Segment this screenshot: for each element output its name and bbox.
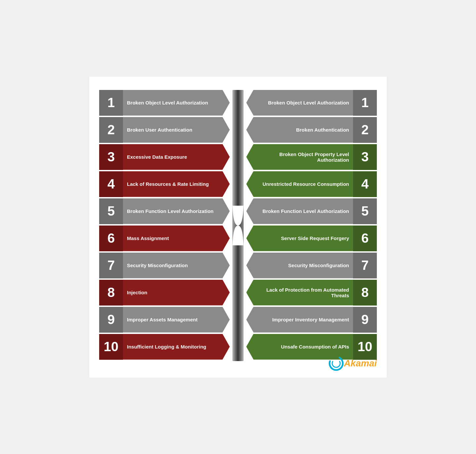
right-num-4: 4 <box>353 171 377 197</box>
left-column: 1 Broken Object Level Authorization 2 Br… <box>99 90 230 361</box>
left-num-1: 1 <box>99 90 123 116</box>
left-item-5: 5 Broken Function Level Authorization <box>99 198 230 224</box>
right-item-2: Broken Authentication 2 <box>246 117 377 143</box>
svg-rect-1 <box>232 245 244 361</box>
right-item-8: Lack of Protection from Automated Threat… <box>246 280 377 306</box>
left-label-5: Broken Function Level Authorization <box>123 198 230 224</box>
right-label-7: Security Misconfiguration <box>246 253 353 278</box>
right-label-4: Unrestricted Resource Consumption <box>246 171 353 197</box>
right-num-1: 1 <box>353 90 377 116</box>
right-item-4: Unrestricted Resource Consumption 4 <box>246 171 377 197</box>
left-num-9: 9 <box>99 307 123 333</box>
logo-text: Akamai <box>344 358 377 369</box>
left-num-10: 10 <box>99 334 123 360</box>
left-label-9: Improper Assets Management <box>123 307 230 333</box>
right-label-1: Broken Object Level Authorization <box>246 90 353 116</box>
comparison-layout: 1 Broken Object Level Authorization 2 Br… <box>99 90 377 361</box>
left-label-2: Broken User Authentication <box>123 117 230 143</box>
left-item-4: 4 Lack of Resources & Rate Limiting <box>99 171 230 197</box>
main-container: 1 Broken Object Level Authorization 2 Br… <box>89 77 387 378</box>
left-label-1: Broken Object Level Authorization <box>123 90 230 116</box>
right-num-5: 5 <box>353 198 377 224</box>
left-item-7: 7 Security Misconfiguration <box>99 253 230 278</box>
left-item-2: 2 Broken User Authentication <box>99 117 230 143</box>
svg-point-3 <box>331 358 342 369</box>
left-item-8: 8 Injection <box>99 280 230 306</box>
left-item-3: 3 Excessive Data Exposure <box>99 144 230 170</box>
left-label-4: Lack of Resources & Rate Limiting <box>123 171 230 197</box>
left-num-7: 7 <box>99 253 123 278</box>
right-item-5: Broken Function Level Authorization 5 <box>246 198 377 224</box>
akamai-logo: Akamai <box>327 354 377 373</box>
left-label-7: Security Misconfiguration <box>123 253 230 278</box>
left-num-3: 3 <box>99 144 123 170</box>
right-num-8: 8 <box>353 280 377 306</box>
right-item-1: Broken Object Level Authorization 1 <box>246 90 377 116</box>
left-item-10: 10 Insufficient Logging & Monitoring <box>99 334 230 360</box>
left-label-10: Insufficient Logging & Monitoring <box>123 334 230 360</box>
right-num-7: 7 <box>353 253 377 278</box>
right-num-2: 2 <box>353 117 377 143</box>
left-num-2: 2 <box>99 117 123 143</box>
svg-rect-0 <box>232 90 244 206</box>
right-label-3: Broken Object Property Level Authorizati… <box>246 144 353 170</box>
right-num-6: 6 <box>353 226 377 251</box>
left-num-8: 8 <box>99 280 123 306</box>
svg-point-2 <box>327 354 345 372</box>
right-item-7: Security Misconfiguration 7 <box>246 253 377 278</box>
right-label-8: Lack of Protection from Automated Threat… <box>246 280 353 306</box>
left-item-6: 6 Mass Assignment <box>99 226 230 251</box>
right-num-3: 3 <box>353 144 377 170</box>
left-item-9: 9 Improper Assets Management <box>99 307 230 333</box>
left-label-3: Excessive Data Exposure <box>123 144 230 170</box>
left-num-5: 5 <box>99 198 123 224</box>
right-label-5: Broken Function Level Authorization <box>246 198 353 224</box>
right-label-6: Server Side Request Forgery <box>246 226 353 251</box>
left-num-6: 6 <box>99 226 123 251</box>
right-label-9: Improper Inventory Management <box>246 307 353 333</box>
left-label-8: Injection <box>123 280 230 306</box>
center-ribbon <box>230 90 246 361</box>
left-item-1: 1 Broken Object Level Authorization <box>99 90 230 116</box>
right-item-9: Improper Inventory Management 9 <box>246 307 377 333</box>
right-item-3: Broken Object Property Level Authorizati… <box>246 144 377 170</box>
right-item-6: Server Side Request Forgery 6 <box>246 226 377 251</box>
left-label-6: Mass Assignment <box>123 226 230 251</box>
left-num-4: 4 <box>99 171 123 197</box>
right-column: Broken Object Level Authorization 1 Brok… <box>246 90 377 361</box>
right-num-9: 9 <box>353 307 377 333</box>
right-label-2: Broken Authentication <box>246 117 353 143</box>
